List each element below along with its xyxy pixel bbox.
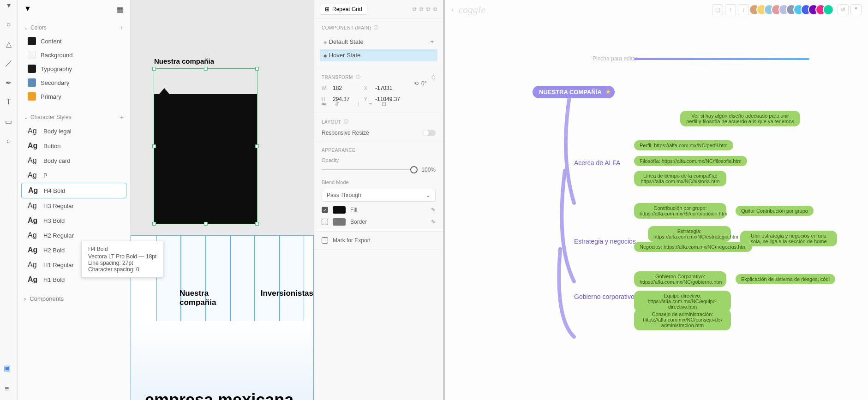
resize-handle[interactable] [255,222,259,226]
line-tool-icon[interactable]: ／ [5,59,13,67]
boolean-op-icon[interactable]: ⧉ [433,6,437,12]
artboard-tool-icon[interactable]: ▭ [5,117,13,125]
leaf-node[interactable]: Consejo de administración: https://alfa.… [634,309,731,330]
char-style-item[interactable]: AgP [21,168,126,183]
color-name: Typography [41,66,72,72]
avatar[interactable] [823,4,834,15]
fill-label: Fill [350,207,357,213]
resp-label: Responsive Resize [322,130,369,136]
border-swatch[interactable] [333,218,346,226]
triangle-tool-icon[interactable]: △ [5,40,13,48]
state-default[interactable]: ◆ Default State+ [320,36,437,48]
leaf-node[interactable]: Línea de tiempo de la compañía: https://… [634,171,726,186]
comment-icon[interactable]: ❞ [850,4,862,15]
leaf-node[interactable]: Unir estrategia y negocios en una sola, … [740,231,837,246]
resize-handle[interactable] [152,222,156,226]
root-node[interactable]: NUESTRA COMPAÑÍA★ [533,86,615,98]
export-checkbox[interactable] [322,237,328,244]
char-style-item[interactable]: AgH3 Bold [21,213,126,228]
leaf-node[interactable]: Estrategia: https://alfa.com.mx/NC/estra… [648,226,731,242]
leaf-node[interactable]: Explicación de sistema de riesgos, códi [736,274,835,284]
branch-label[interactable]: Gobierno corporativo [574,293,635,300]
add-state-button[interactable]: + [430,38,434,45]
border-checkbox[interactable] [322,219,328,225]
branch-label[interactable]: Acerca de ALFA [574,159,620,167]
select-tool-icon[interactable]: ▾ [5,1,13,9]
filter-icon[interactable]: ▼ [24,5,31,13]
y-value[interactable]: -11049.37 [375,96,407,102]
resp-toggle[interactable] [423,130,436,136]
align-icon[interactable]: ⫞ [357,101,359,107]
history-icon[interactable]: ↺ [838,4,849,15]
circle-tool-icon[interactable]: ○ [5,20,13,29]
resize-handle[interactable] [204,222,208,226]
resize-handle[interactable] [255,67,259,71]
branch-label[interactable]: Estrategia y negocios [574,238,636,245]
back-icon[interactable]: ‹ [451,6,454,14]
download-icon[interactable]: ↓ [738,4,749,15]
leaf-node[interactable]: Ver si hay algún diseño adecuado para un… [680,111,800,126]
components-label: Components [30,295,64,302]
rotate-icon[interactable]: ⟲ [414,80,419,87]
color-item[interactable]: Background [21,48,126,62]
color-item[interactable]: Content [21,34,126,48]
selected-shape[interactable] [154,94,257,224]
leaf-node[interactable]: Filosofía: https://alfa.com.mx/NC/filoso… [634,156,747,166]
repeat-grid-button[interactable]: ⊞Repeat Grid [320,4,367,15]
info-icon[interactable]: ⓘ [344,119,349,125]
info-icon[interactable]: ⓘ [356,74,361,80]
char-style-item[interactable]: AgBody card [21,153,126,168]
char-style-item[interactable]: AgH4 Bold [21,183,126,198]
fill-swatch[interactable] [333,206,346,214]
color-item[interactable]: Primary [21,90,126,103]
mindmap-canvas[interactable]: Pincha para editar NUESTRA COMPAÑÍA★ Ace… [533,55,868,400]
leaf-node[interactable]: Quitar Contribución por grupo [736,206,814,216]
resize-handle[interactable] [204,67,208,71]
color-item[interactable]: Typography [21,62,126,76]
x-value[interactable]: -17031 [375,85,407,91]
blend-select[interactable]: Pass Through⌄ [322,189,436,202]
align-icon[interactable]: ⫟ [368,101,373,107]
flip-v-icon[interactable]: ⇵ [335,101,339,107]
components-header[interactable]: › Components [18,291,130,307]
upload-icon[interactable]: ↑ [725,4,736,15]
char-style-item[interactable]: AgButton [21,138,126,153]
charstyles-header[interactable]: ⌄Character Styles + [18,111,130,124]
text-tool-icon[interactable]: T [5,98,13,106]
char-style-item[interactable]: AgH3 Regular [21,198,126,213]
boolean-op-icon[interactable]: ⧉ [426,6,431,12]
eyedropper-icon[interactable]: ✎ [431,207,436,213]
3d-icon[interactable]: ⬡ [431,75,436,80]
opacity-slider[interactable] [322,169,417,170]
info-icon[interactable]: ⓘ [374,24,379,31]
add-color-button[interactable]: + [120,24,124,31]
angle-value[interactable]: 0° [421,80,426,87]
boolean-op-icon[interactable]: ⧉ [413,6,417,12]
add-style-button[interactable]: + [120,113,124,121]
eyedropper-icon[interactable]: ✎ [431,219,436,225]
w-value[interactable]: 182 [333,85,360,91]
fill-checkbox[interactable]: ✓ [322,207,328,213]
flip-h-icon[interactable]: ⇋ [322,101,326,107]
boolean-op-icon[interactable]: ⧉ [419,6,424,12]
grid-view-icon[interactable]: ▦ [116,5,124,12]
char-style-item[interactable]: AgBody legal [21,124,126,138]
leaf-node[interactable]: Contribución por grupo: https://alfa.com… [634,203,726,219]
color-name: Background [41,52,72,59]
selection-box[interactable]: Nuestra compañia [154,68,257,224]
leaf-node[interactable]: Negocios: https://alfa.com.mx/NC/negocio… [634,242,752,252]
resize-handle[interactable] [255,144,259,148]
canvas[interactable]: Nuestra compañia Nuestra compañia Invers… [131,0,314,400]
align-icon[interactable]: ⊡ [382,101,386,107]
present-icon[interactable]: ▢ [712,4,723,15]
leaf-node[interactable]: Perfil: https://alfa.com.mx/NC/perfil.ht… [634,140,733,150]
zoom-tool-icon[interactable]: ⌕ [5,137,13,145]
resize-handle[interactable] [152,144,156,148]
colors-header[interactable]: ⌄Colors + [18,21,130,34]
color-item[interactable]: Secondary [21,76,126,90]
state-hover[interactable]: ◆ Hover State [320,49,437,61]
color-swatch [28,51,36,59]
leaf-node[interactable]: Gobierno Corporativo: https://alfa.com.m… [634,271,726,287]
pen-tool-icon[interactable]: ✒ [5,78,13,87]
resize-handle[interactable] [152,67,156,71]
